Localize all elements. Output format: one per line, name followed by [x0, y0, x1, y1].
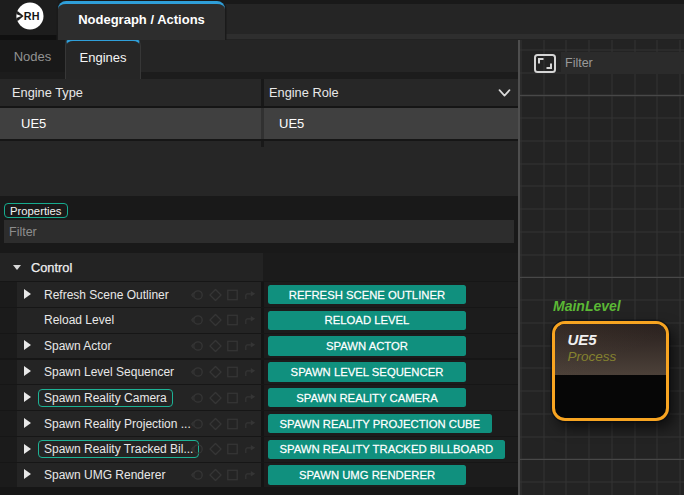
circle-icon[interactable] [191, 469, 204, 482]
caret-down-icon[interactable] [13, 265, 21, 270]
column-header-engine-role[interactable]: Engine Role [269, 79, 339, 106]
grid-major-line [520, 95, 684, 97]
node-ue5[interactable]: UE5 Process [552, 321, 669, 421]
tree-group-control[interactable]: Control [0, 253, 518, 281]
action-button[interactable]: REFRESH SCENE OUTLINER [268, 285, 466, 305]
tree-row-label: Spawn Actor [44, 339, 111, 353]
tree-row-button-column: SPAWN REALITY CAMERA [264, 385, 518, 410]
properties-filter-placeholder: Filter [9, 225, 37, 239]
chevron-down-icon[interactable] [498, 88, 511, 98]
tab-engines-label: Engines [80, 50, 127, 65]
redo-arrow-icon[interactable] [244, 340, 257, 353]
tree-row-indent [0, 308, 17, 333]
tab-nodegraph-actions[interactable]: Nodegraph / Actions [58, 1, 225, 40]
tree-row-indent [0, 360, 17, 385]
square-icon[interactable] [226, 391, 239, 404]
diamond-icon[interactable] [209, 314, 222, 327]
redo-arrow-icon[interactable] [244, 391, 257, 404]
tree-row-label: Refresh Scene Outliner [44, 288, 169, 302]
tree-row[interactable]: Spawn UMG Renderer SPAWN UMG RENDERER [0, 463, 518, 488]
redo-arrow-icon[interactable] [244, 314, 257, 327]
tree-row[interactable]: Spawn Level Sequencer SPAWN LEVEL SEQUEN… [0, 360, 518, 385]
action-button[interactable]: SPAWN REALITY TRACKED BILLBOARD [268, 440, 505, 460]
tree-row[interactable]: Spawn Reality Tracked Bil... SPAWN REALI… [0, 437, 518, 462]
diamond-icon[interactable] [209, 288, 222, 301]
action-button[interactable]: RELOAD LEVEL [268, 311, 466, 331]
circle-icon[interactable] [191, 314, 204, 327]
action-button[interactable]: SPAWN REALITY CAMERA [268, 388, 466, 408]
diamond-icon[interactable] [209, 365, 222, 378]
column-header-engine-type[interactable]: Engine Type [12, 79, 83, 106]
redo-arrow-icon[interactable] [244, 469, 257, 482]
caret-right-icon[interactable] [24, 469, 31, 479]
action-button[interactable]: SPAWN LEVEL SEQUENCER [268, 362, 466, 382]
caret-right-icon[interactable] [24, 340, 31, 350]
circle-icon[interactable] [191, 417, 204, 430]
tree-row-button-column: SPAWN REALITY TRACKED BILLBOARD [264, 437, 518, 462]
square-icon[interactable] [226, 417, 239, 430]
properties-bar: Properties [0, 196, 518, 220]
redo-arrow-icon[interactable] [244, 288, 257, 301]
caret-right-icon[interactable] [24, 418, 31, 428]
graph-filter-input[interactable]: Filter [561, 52, 684, 74]
square-icon[interactable] [226, 314, 239, 327]
circle-icon[interactable] [191, 340, 204, 353]
left-panel: Nodes Engines Engine Type Engine Role UE… [0, 40, 518, 495]
action-button[interactable]: SPAWN REALITY PROJECTION CUBE [268, 414, 492, 434]
tree-row-button-column: RELOAD LEVEL [264, 308, 518, 333]
diamond-icon[interactable] [209, 469, 222, 482]
fit-view-icon[interactable] [534, 54, 556, 73]
properties-badge[interactable]: Properties [4, 203, 68, 218]
circle-icon[interactable] [191, 365, 204, 378]
square-icon[interactable] [226, 443, 239, 456]
tree-row-button-column: SPAWN UMG RENDERER [264, 463, 518, 488]
redo-arrow-icon[interactable] [244, 417, 257, 430]
diamond-icon[interactable] [209, 443, 222, 456]
circle-icon[interactable] [191, 288, 204, 301]
tree-row[interactable]: Spawn Actor SPAWN ACTOR [0, 334, 518, 359]
nodegraph-grid [520, 40, 684, 495]
caret-right-icon[interactable] [24, 392, 31, 402]
square-icon[interactable] [226, 469, 239, 482]
caret-right-icon[interactable] [24, 366, 31, 376]
diamond-icon[interactable] [209, 391, 222, 404]
action-button[interactable]: SPAWN UMG RENDERER [268, 465, 466, 485]
properties-filter-input[interactable]: Filter [4, 220, 514, 243]
diamond-icon[interactable] [209, 340, 222, 353]
tree-rows: Refresh Scene Outliner REFRESH SCENE OUT… [0, 281, 518, 487]
main-area: Nodes Engines Engine Type Engine Role UE… [0, 40, 684, 495]
tree-row-indent [0, 385, 17, 410]
square-icon[interactable] [226, 340, 239, 353]
top-bar-right [225, 4, 684, 35]
nodegraph-canvas[interactable]: Filter MainLevel UE5 Process [520, 40, 684, 495]
tree-row-label: Reload Level [44, 313, 114, 327]
tree-row-label: Spawn Reality Projection ... [44, 417, 191, 431]
tree-row-icons [191, 314, 257, 327]
tree-row[interactable]: Refresh Scene Outliner REFRESH SCENE OUT… [0, 282, 518, 307]
reality-hub-app: RH Nodegraph / Actions Nodes Engines Eng… [0, 0, 684, 495]
engine-row-ue5[interactable]: UE5 UE5 [0, 108, 518, 139]
tab-nodes-label: Nodes [14, 49, 52, 64]
tree-row-indent [0, 437, 17, 462]
caret-right-icon[interactable] [24, 289, 31, 299]
tree-row[interactable]: Spawn Reality Projection ... SPAWN REALI… [0, 411, 518, 436]
tree-row-indent [0, 411, 17, 436]
diamond-icon[interactable] [209, 417, 222, 430]
square-icon[interactable] [226, 288, 239, 301]
tree-row-label: Spawn Reality Tracked Bil... [38, 440, 199, 458]
top-bar: RH Nodegraph / Actions [0, 0, 684, 35]
redo-arrow-icon[interactable] [244, 443, 257, 456]
engines-table-header: Engine Type Engine Role [0, 79, 518, 106]
redo-arrow-icon[interactable] [244, 365, 257, 378]
tree-row[interactable]: Spawn Reality Camera SPAWN REALITY CAMER… [0, 385, 518, 410]
logo-block[interactable]: RH [0, 0, 58, 35]
tab-engines[interactable]: Engines [65, 38, 141, 78]
tree-row[interactable]: Reload Level RELOAD LEVEL [0, 308, 518, 333]
circle-icon[interactable] [191, 443, 204, 456]
action-button[interactable]: SPAWN ACTOR [268, 336, 466, 356]
tree-row-indent [0, 463, 17, 488]
square-icon[interactable] [226, 365, 239, 378]
grid-major-line [520, 277, 684, 279]
caret-right-icon[interactable] [24, 444, 31, 454]
circle-icon[interactable] [191, 391, 204, 404]
